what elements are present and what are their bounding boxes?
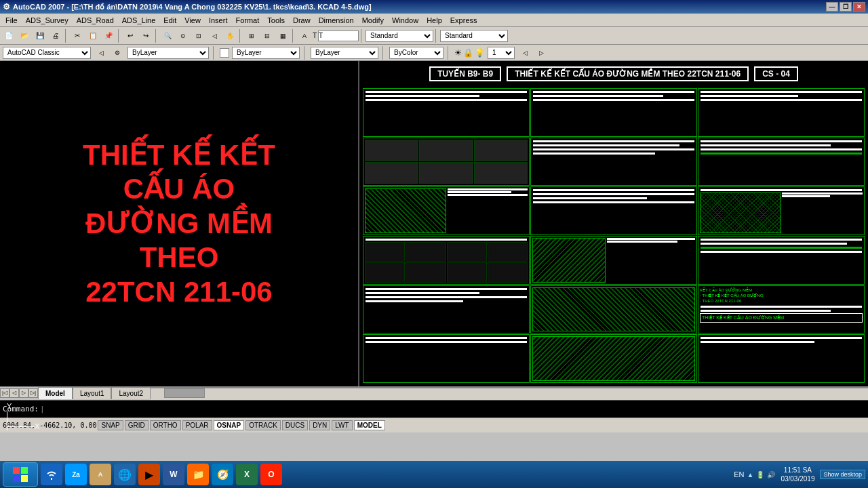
- text-input-area[interactable]: T: [313, 30, 359, 41]
- tab-next-btn[interactable]: ▷: [19, 388, 28, 398]
- otrack-toggle[interactable]: OTRACK: [245, 420, 281, 430]
- style-select-standard2[interactable]: Standard: [440, 30, 508, 42]
- cut-btn[interactable]: ✂: [70, 28, 85, 43]
- cad-crosshatch: [700, 192, 781, 233]
- word-label: W: [170, 470, 177, 479]
- wifi-icon[interactable]: [41, 464, 62, 485]
- safari-icon[interactable]: 🧭: [212, 464, 233, 485]
- restore-button[interactable]: ❐: [840, 2, 852, 12]
- layer-settings-btn[interactable]: ⚙: [110, 45, 125, 60]
- undo-btn[interactable]: ↩: [123, 28, 138, 43]
- left-drawing-panel: THIẾT KẾ KẾT CẤU ÁO ĐƯỜNG MỀM THEO 22TCN…: [0, 61, 359, 386]
- lwt-toggle[interactable]: LWT: [332, 420, 352, 430]
- close-button[interactable]: ✕: [853, 2, 865, 12]
- menu-insert[interactable]: Insert: [205, 16, 232, 25]
- title-bar-controls[interactable]: — ❐ ✕: [826, 2, 865, 12]
- cad-line: [701, 144, 831, 146]
- opera-icon[interactable]: O: [260, 464, 282, 485]
- zoom-window[interactable]: ⊡: [191, 28, 206, 43]
- linetype-select[interactable]: ByLayer: [232, 47, 300, 59]
- zoom-btn[interactable]: 🔍: [160, 28, 175, 43]
- lineweight-select[interactable]: ByLayer: [311, 47, 378, 59]
- menu-express[interactable]: Express: [446, 16, 481, 25]
- autocad-icon[interactable]: A: [90, 464, 111, 485]
- print-btn[interactable]: 🖨: [48, 28, 63, 43]
- cad-line: [701, 239, 862, 241]
- osnap-toggle[interactable]: OSNAP: [214, 420, 245, 430]
- browser-icon[interactable]: 🌐: [114, 464, 136, 485]
- menu-window[interactable]: Window: [388, 16, 422, 25]
- nav-left-btn[interactable]: ◁: [517, 45, 532, 60]
- menu-ads-line[interactable]: ADS_Line: [118, 16, 160, 25]
- text-input[interactable]: [318, 30, 359, 41]
- lock-icon[interactable]: 🔒: [463, 48, 473, 58]
- menu-dimension[interactable]: Dimension: [315, 16, 358, 25]
- properties-bar: AutoCAD Classic ◁ ⚙ ByLayer ByLayer ByLa…: [0, 45, 868, 61]
- cad-lines-right: [448, 188, 528, 233]
- plot-select[interactable]: 1: [488, 47, 515, 59]
- redo-btn[interactable]: ↪: [138, 28, 153, 43]
- designcenter-btn[interactable]: ⊟: [260, 28, 275, 43]
- cad-hatch-4: [532, 336, 695, 381]
- vlc-icon[interactable]: ▶: [138, 464, 160, 485]
- workspace-select[interactable]: AutoCAD Classic: [3, 47, 91, 59]
- sun-icon[interactable]: ☀: [454, 48, 462, 58]
- tab-layout2[interactable]: Layout2: [111, 387, 151, 399]
- menu-ads-survey[interactable]: ADS_Survey: [22, 16, 73, 25]
- menu-modify[interactable]: Modify: [358, 16, 388, 25]
- menu-draw[interactable]: Draw: [289, 16, 315, 25]
- menu-file[interactable]: File: [1, 16, 22, 25]
- title-line2: CẤU ÁO: [83, 172, 275, 206]
- color-select[interactable]: ByColor: [389, 47, 443, 59]
- dyn-toggle[interactable]: DYN: [309, 420, 330, 430]
- finder-icon[interactable]: 📁: [187, 464, 209, 485]
- new-btn[interactable]: 📄: [1, 28, 16, 43]
- model-toggle[interactable]: MODEL: [354, 420, 385, 430]
- tab-first-btn[interactable]: |◁: [0, 388, 9, 398]
- pan-btn[interactable]: ✋: [222, 28, 237, 43]
- grid-toggle[interactable]: GRID: [125, 420, 149, 430]
- ortho-toggle[interactable]: ORTHO: [150, 420, 181, 430]
- cad-cell: [447, 242, 487, 262]
- style-select-standard[interactable]: Standard: [366, 30, 433, 42]
- start-button[interactable]: [3, 462, 38, 487]
- show-desktop-button[interactable]: Show desktop: [820, 470, 865, 479]
- layer-icons: ☀ 🔒 💡: [454, 48, 485, 58]
- paste-btn[interactable]: 📌: [101, 28, 116, 43]
- snap-toggle[interactable]: SNAP: [98, 420, 123, 430]
- bulb-icon[interactable]: 💡: [475, 48, 485, 58]
- word-icon[interactable]: W: [163, 464, 184, 485]
- menu-edit[interactable]: Edit: [159, 16, 180, 25]
- zalo-icon[interactable]: Za: [65, 464, 87, 485]
- hscroll-thumb[interactable]: [164, 388, 205, 398]
- menu-ads-road[interactable]: ADS_Road: [73, 16, 118, 25]
- menu-help[interactable]: Help: [422, 16, 446, 25]
- layer-select[interactable]: ByLayer: [127, 47, 209, 59]
- tool-palettes-btn[interactable]: ▦: [275, 28, 290, 43]
- text-style-btn[interactable]: A: [297, 28, 312, 43]
- tab-prev-btn[interactable]: ◁: [9, 388, 19, 398]
- zoom-prev[interactable]: ◁: [207, 28, 222, 43]
- save-btn[interactable]: 💾: [33, 28, 47, 43]
- axis-indicator: Y X: [7, 402, 39, 430]
- excel-icon[interactable]: X: [236, 464, 258, 485]
- cad-line: [701, 306, 862, 308]
- right-drawing-panel[interactable]: TUYẾN B9- B9 THIẾT KẾ KẾT CẤU ÁO ĐƯỜNG M…: [359, 61, 868, 386]
- cad-cell: [365, 242, 405, 262]
- zoom-extent[interactable]: ⊙: [176, 28, 191, 43]
- menu-tools[interactable]: Tools: [263, 16, 289, 25]
- minimize-button[interactable]: —: [826, 2, 838, 12]
- copy-btn[interactable]: 📋: [85, 28, 100, 43]
- open-btn[interactable]: 📂: [17, 28, 32, 43]
- menu-view[interactable]: View: [180, 16, 205, 25]
- ducs-toggle[interactable]: DUCS: [282, 420, 308, 430]
- tab-model[interactable]: Model: [38, 387, 73, 399]
- tab-layout1[interactable]: Layout1: [73, 387, 112, 399]
- menu-format[interactable]: Format: [231, 16, 263, 25]
- tab-last-btn[interactable]: ▷|: [28, 388, 38, 398]
- lang-indicator[interactable]: EN: [734, 470, 744, 479]
- layer-prev-btn[interactable]: ◁: [94, 45, 108, 60]
- nav-right-btn[interactable]: ▷: [534, 45, 549, 60]
- properties-btn[interactable]: ⊞: [244, 28, 259, 43]
- polar-toggle[interactable]: POLAR: [182, 420, 212, 430]
